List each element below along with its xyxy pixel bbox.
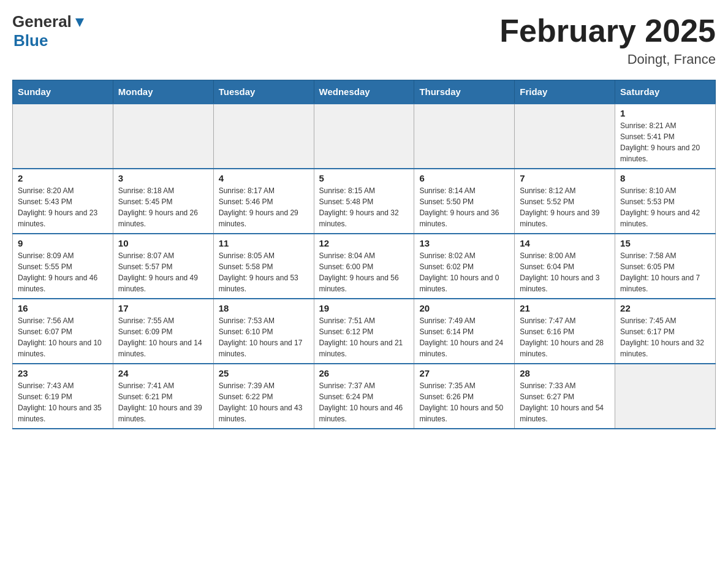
calendar-cell: 7Sunrise: 8:12 AM Sunset: 5:52 PM Daylig… bbox=[515, 169, 615, 234]
day-number: 26 bbox=[319, 368, 409, 378]
day-info: Sunrise: 8:04 AM Sunset: 6:00 PM Dayligh… bbox=[319, 250, 409, 294]
day-info: Sunrise: 8:15 AM Sunset: 5:48 PM Dayligh… bbox=[319, 185, 409, 229]
calendar-cell: 21Sunrise: 7:47 AM Sunset: 6:16 PM Dayli… bbox=[515, 299, 615, 364]
week-row-3: 9Sunrise: 8:09 AM Sunset: 5:55 PM Daylig… bbox=[13, 234, 716, 299]
calendar-cell: 9Sunrise: 8:09 AM Sunset: 5:55 PM Daylig… bbox=[13, 234, 113, 299]
day-number: 11 bbox=[219, 238, 309, 248]
day-info: Sunrise: 8:21 AM Sunset: 5:41 PM Dayligh… bbox=[620, 120, 710, 164]
day-number: 19 bbox=[319, 303, 409, 313]
day-info: Sunrise: 7:43 AM Sunset: 6:19 PM Dayligh… bbox=[18, 380, 108, 424]
day-info: Sunrise: 8:17 AM Sunset: 5:46 PM Dayligh… bbox=[219, 185, 309, 229]
day-number: 3 bbox=[118, 173, 208, 183]
day-number: 21 bbox=[520, 303, 610, 313]
day-number: 15 bbox=[620, 238, 710, 248]
logo-triangle-icon bbox=[73, 16, 86, 29]
day-number: 17 bbox=[118, 303, 208, 313]
calendar-cell: 10Sunrise: 8:07 AM Sunset: 5:57 PM Dayli… bbox=[113, 234, 213, 299]
weekday-sunday: Sunday bbox=[13, 80, 113, 104]
svg-marker-0 bbox=[75, 18, 84, 27]
calendar-cell bbox=[414, 104, 515, 169]
weekday-thursday: Thursday bbox=[414, 80, 515, 104]
weekday-tuesday: Tuesday bbox=[213, 80, 314, 104]
day-info: Sunrise: 8:10 AM Sunset: 5:53 PM Dayligh… bbox=[620, 185, 710, 229]
calendar-cell: 26Sunrise: 7:37 AM Sunset: 6:24 PM Dayli… bbox=[314, 364, 414, 429]
calendar-cell: 20Sunrise: 7:49 AM Sunset: 6:14 PM Dayli… bbox=[414, 299, 515, 364]
logo: General Blue bbox=[12, 12, 86, 50]
day-number: 7 bbox=[520, 173, 610, 183]
day-info: Sunrise: 7:58 AM Sunset: 6:05 PM Dayligh… bbox=[620, 250, 710, 294]
calendar-cell: 25Sunrise: 7:39 AM Sunset: 6:22 PM Dayli… bbox=[213, 364, 314, 429]
calendar-cell: 15Sunrise: 7:58 AM Sunset: 6:05 PM Dayli… bbox=[615, 234, 716, 299]
title-area: February 2025 Doingt, France bbox=[499, 12, 716, 67]
day-number: 22 bbox=[620, 303, 710, 313]
logo-blue: Blue bbox=[13, 31, 48, 50]
calendar-cell bbox=[213, 104, 314, 169]
month-title: February 2025 bbox=[499, 12, 716, 49]
day-info: Sunrise: 8:14 AM Sunset: 5:50 PM Dayligh… bbox=[419, 185, 509, 229]
weekday-wednesday: Wednesday bbox=[314, 80, 414, 104]
day-number: 25 bbox=[219, 368, 309, 378]
calendar-cell: 1Sunrise: 8:21 AM Sunset: 5:41 PM Daylig… bbox=[615, 104, 716, 169]
calendar-cell: 14Sunrise: 8:00 AM Sunset: 6:04 PM Dayli… bbox=[515, 234, 615, 299]
day-number: 6 bbox=[419, 173, 509, 183]
day-number: 13 bbox=[419, 238, 509, 248]
calendar-cell: 23Sunrise: 7:43 AM Sunset: 6:19 PM Dayli… bbox=[13, 364, 113, 429]
day-number: 5 bbox=[319, 173, 409, 183]
week-row-2: 2Sunrise: 8:20 AM Sunset: 5:43 PM Daylig… bbox=[13, 169, 716, 234]
weekday-saturday: Saturday bbox=[615, 80, 716, 104]
calendar-cell bbox=[515, 104, 615, 169]
day-info: Sunrise: 8:05 AM Sunset: 5:58 PM Dayligh… bbox=[219, 250, 309, 294]
day-number: 27 bbox=[419, 368, 509, 378]
calendar-cell: 27Sunrise: 7:35 AM Sunset: 6:26 PM Dayli… bbox=[414, 364, 515, 429]
day-info: Sunrise: 7:41 AM Sunset: 6:21 PM Dayligh… bbox=[118, 380, 208, 424]
day-number: 2 bbox=[18, 173, 108, 183]
day-info: Sunrise: 8:00 AM Sunset: 6:04 PM Dayligh… bbox=[520, 250, 610, 294]
day-info: Sunrise: 7:39 AM Sunset: 6:22 PM Dayligh… bbox=[219, 380, 309, 424]
day-info: Sunrise: 7:33 AM Sunset: 6:27 PM Dayligh… bbox=[520, 380, 610, 424]
day-info: Sunrise: 7:55 AM Sunset: 6:09 PM Dayligh… bbox=[118, 315, 208, 359]
day-number: 16 bbox=[18, 303, 108, 313]
calendar-cell: 28Sunrise: 7:33 AM Sunset: 6:27 PM Dayli… bbox=[515, 364, 615, 429]
calendar-cell: 6Sunrise: 8:14 AM Sunset: 5:50 PM Daylig… bbox=[414, 169, 515, 234]
day-number: 20 bbox=[419, 303, 509, 313]
calendar-cell: 12Sunrise: 8:04 AM Sunset: 6:00 PM Dayli… bbox=[314, 234, 414, 299]
calendar-table: SundayMondayTuesdayWednesdayThursdayFrid… bbox=[12, 80, 716, 429]
day-info: Sunrise: 7:45 AM Sunset: 6:17 PM Dayligh… bbox=[620, 315, 710, 359]
weekday-monday: Monday bbox=[113, 80, 213, 104]
calendar-cell: 11Sunrise: 8:05 AM Sunset: 5:58 PM Dayli… bbox=[213, 234, 314, 299]
day-info: Sunrise: 8:18 AM Sunset: 5:45 PM Dayligh… bbox=[118, 185, 208, 229]
weekday-friday: Friday bbox=[515, 80, 615, 104]
calendar-cell bbox=[314, 104, 414, 169]
day-number: 14 bbox=[520, 238, 610, 248]
calendar-cell: 5Sunrise: 8:15 AM Sunset: 5:48 PM Daylig… bbox=[314, 169, 414, 234]
calendar-cell: 4Sunrise: 8:17 AM Sunset: 5:46 PM Daylig… bbox=[213, 169, 314, 234]
day-info: Sunrise: 7:49 AM Sunset: 6:14 PM Dayligh… bbox=[419, 315, 509, 359]
calendar-cell bbox=[113, 104, 213, 169]
day-info: Sunrise: 8:07 AM Sunset: 5:57 PM Dayligh… bbox=[118, 250, 208, 294]
day-number: 18 bbox=[219, 303, 309, 313]
calendar-cell: 19Sunrise: 7:51 AM Sunset: 6:12 PM Dayli… bbox=[314, 299, 414, 364]
day-info: Sunrise: 8:20 AM Sunset: 5:43 PM Dayligh… bbox=[18, 185, 108, 229]
day-number: 24 bbox=[118, 368, 208, 378]
week-row-1: 1Sunrise: 8:21 AM Sunset: 5:41 PM Daylig… bbox=[13, 104, 716, 169]
day-info: Sunrise: 8:02 AM Sunset: 6:02 PM Dayligh… bbox=[419, 250, 509, 294]
day-info: Sunrise: 7:37 AM Sunset: 6:24 PM Dayligh… bbox=[319, 380, 409, 424]
day-number: 23 bbox=[18, 368, 108, 378]
day-number: 4 bbox=[219, 173, 309, 183]
day-info: Sunrise: 7:51 AM Sunset: 6:12 PM Dayligh… bbox=[319, 315, 409, 359]
day-number: 8 bbox=[620, 173, 710, 183]
day-info: Sunrise: 8:12 AM Sunset: 5:52 PM Dayligh… bbox=[520, 185, 610, 229]
week-row-5: 23Sunrise: 7:43 AM Sunset: 6:19 PM Dayli… bbox=[13, 364, 716, 429]
calendar-cell bbox=[13, 104, 113, 169]
calendar-cell: 2Sunrise: 8:20 AM Sunset: 5:43 PM Daylig… bbox=[13, 169, 113, 234]
day-info: Sunrise: 8:09 AM Sunset: 5:55 PM Dayligh… bbox=[18, 250, 108, 294]
page-header: General Blue February 2025 Doingt, Franc… bbox=[12, 12, 716, 67]
calendar-cell: 3Sunrise: 8:18 AM Sunset: 5:45 PM Daylig… bbox=[113, 169, 213, 234]
logo-general: General bbox=[12, 12, 72, 31]
day-number: 9 bbox=[18, 238, 108, 248]
day-number: 1 bbox=[620, 108, 710, 118]
day-number: 28 bbox=[520, 368, 610, 378]
calendar-cell: 24Sunrise: 7:41 AM Sunset: 6:21 PM Dayli… bbox=[113, 364, 213, 429]
calendar-cell bbox=[615, 364, 716, 429]
week-row-4: 16Sunrise: 7:56 AM Sunset: 6:07 PM Dayli… bbox=[13, 299, 716, 364]
